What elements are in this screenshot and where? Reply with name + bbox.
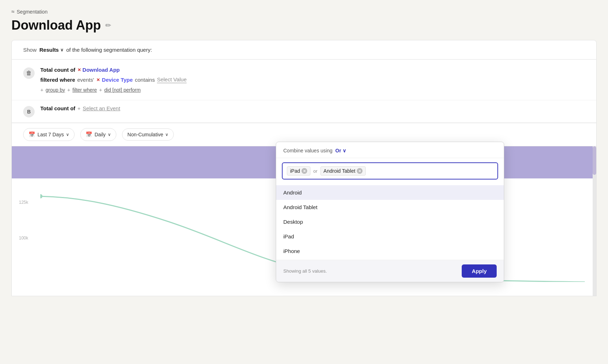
cumulative-chevron-icon: ∨	[165, 132, 168, 137]
or-separator: or	[313, 168, 318, 174]
chart-scrollbar-thumb	[593, 146, 596, 175]
date-range-label: Last 7 Days	[37, 132, 64, 137]
breadcrumb: ≈ Segmentation	[11, 9, 597, 15]
combine-label: Combine values using	[283, 148, 333, 153]
results-chevron-icon: ∨	[60, 47, 64, 52]
results-label: Results	[40, 47, 59, 53]
svg-point-0	[40, 194, 42, 198]
interval-pill[interactable]: 📅 Daily ∨	[80, 128, 116, 141]
segmentation-icon: ≈	[11, 9, 15, 15]
query-row-a: 🗑 Total count of ✕ Download App filtered…	[12, 60, 596, 100]
query-line-1: Total count of ✕ Download App	[40, 67, 585, 73]
cumulative-label: Non-Cumulative	[127, 132, 163, 137]
option-ipad[interactable]: iPad	[276, 229, 504, 244]
interval-calendar-icon: 📅	[86, 131, 92, 138]
plus-1: +	[40, 87, 44, 93]
plus-2: +	[67, 87, 70, 93]
options-list: Android Android Tablet Desktop iPad iPho…	[276, 184, 504, 260]
date-range-chevron-icon: ∨	[66, 132, 69, 137]
dropdown-header: Combine values using Or ∨	[276, 142, 504, 158]
device-type-link[interactable]: Device Type	[102, 77, 133, 83]
did-not-perform-link[interactable]: did [not] perform	[104, 87, 141, 93]
tag-ipad-label: iPad	[290, 168, 300, 174]
header: ≈ Segmentation Download App ✏	[0, 0, 608, 33]
total-count-label: Total count of	[40, 67, 75, 73]
main-content: 🗑 Total count of ✕ Download App filtered…	[11, 60, 597, 296]
delete-button[interactable]: 🗑	[23, 67, 35, 79]
select-value-button[interactable]: Select Value	[157, 76, 187, 83]
interval-label: Daily	[95, 132, 106, 137]
contains-label: contains	[135, 77, 155, 83]
filter-x-icon[interactable]: ✕	[96, 77, 100, 82]
group-by-link[interactable]: group by	[46, 87, 65, 93]
page-title: Download App	[11, 18, 101, 33]
plus-b: +	[77, 105, 81, 111]
events-label: events'	[77, 77, 94, 83]
tag-ipad: iPad ✕	[287, 166, 310, 176]
query-line-2: filtered where events' ✕ Device Type con…	[40, 76, 585, 83]
x-icon[interactable]: ✕	[77, 67, 81, 72]
breadcrumb-label: Segmentation	[17, 9, 47, 15]
trash-icon: 🗑	[26, 70, 32, 76]
chart-scrollbar[interactable]	[593, 146, 596, 296]
query-line-3: + group by + filter where + did [not] pe…	[40, 87, 585, 93]
show-bar: Show Results ∨ of the following segmenta…	[11, 40, 597, 60]
query-b-content: Total count of + Select an Event	[40, 105, 120, 111]
page-title-row: Download App ✏	[11, 18, 597, 33]
row-b-letter: B	[23, 106, 35, 117]
filtered-where-label: filtered where	[40, 77, 75, 83]
dropdown-panel: Combine values using Or ∨ iPad ✕ or Andr…	[276, 142, 504, 282]
tag-android-tablet-remove[interactable]: ✕	[357, 168, 363, 174]
or-dropdown[interactable]: Or ∨	[335, 148, 346, 153]
y-label-100: 100k	[19, 236, 28, 241]
event-name: Download App	[82, 67, 120, 73]
cumulative-pill[interactable]: Non-Cumulative ∨	[122, 128, 174, 141]
option-android-tablet[interactable]: Android Tablet	[276, 200, 504, 214]
event-link[interactable]: ✕ Download App	[77, 67, 120, 73]
filter-where-link[interactable]: filter where	[72, 87, 97, 93]
tags-input-area[interactable]: iPad ✕ or Android Tablet ✕	[282, 162, 498, 180]
y-label-125: 125k	[19, 200, 28, 205]
of-text: of the following segmentation query:	[66, 47, 152, 53]
tag-search-input[interactable]	[369, 168, 493, 174]
total-count-b-label: Total count of	[40, 105, 75, 111]
show-label: Show	[23, 47, 37, 53]
plus-3: +	[99, 87, 102, 93]
tag-android-tablet-label: Android Tablet	[324, 168, 355, 174]
option-desktop[interactable]: Desktop	[276, 214, 504, 229]
interval-chevron-icon: ∨	[108, 132, 111, 137]
edit-icon[interactable]: ✏	[105, 21, 111, 30]
page-container: ≈ Segmentation Download App ✏ Show Resul…	[0, 0, 608, 364]
tag-ipad-remove[interactable]: ✕	[302, 168, 307, 174]
calendar-icon: 📅	[29, 131, 35, 138]
apply-button[interactable]: Apply	[462, 264, 497, 278]
or-label: Or	[335, 148, 341, 153]
tag-android-tablet: Android Tablet ✕	[320, 166, 366, 176]
query-row-b: B Total count of + Select an Event	[12, 100, 596, 123]
or-chevron-icon: ∨	[343, 148, 346, 153]
query-a-content: Total count of ✕ Download App filtered w…	[40, 67, 585, 93]
results-dropdown[interactable]: Results ∨	[40, 47, 64, 53]
showing-label: Showing all 5 values.	[283, 268, 327, 274]
option-android[interactable]: Android	[276, 185, 504, 200]
dropdown-footer: Showing all 5 values. Apply	[276, 260, 504, 282]
option-iphone[interactable]: iPhone	[276, 244, 504, 258]
date-range-pill[interactable]: 📅 Last 7 Days ∨	[23, 128, 75, 141]
select-event-link[interactable]: Select an Event	[83, 105, 120, 111]
